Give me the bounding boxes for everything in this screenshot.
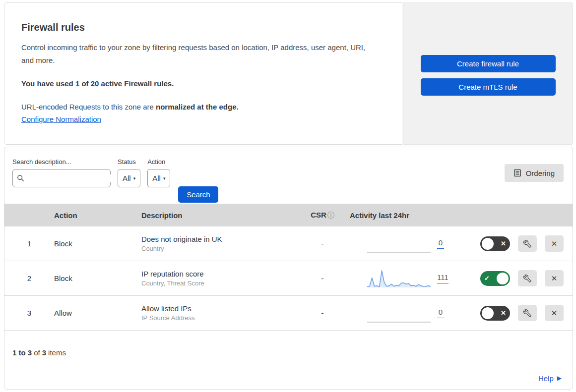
rule-fields: Country, Threat Score — [141, 280, 295, 287]
items-range: 1 to 3 — [12, 348, 32, 357]
configure-normalization-link[interactable]: Configure Normalization — [21, 115, 101, 123]
rule-fields: IP Source Address — [141, 314, 295, 322]
action-label: Action — [147, 158, 170, 166]
x-icon: ✕ — [551, 309, 558, 318]
status-dropdown[interactable]: All ▾ — [118, 169, 140, 187]
table-row: 1 Block Does not originate in UK Country… — [4, 226, 573, 261]
rule-priority: 2 — [4, 274, 54, 282]
normalization-text: URL-encoded Requests to this zone are no… — [21, 103, 382, 111]
rule-csr: - — [295, 309, 350, 317]
activity-sparkline — [367, 233, 431, 254]
rule-activity-cell: 0 — [350, 303, 454, 324]
table-row: 2 Block IP reputation score Country, Thr… — [4, 261, 573, 296]
rule-description: Does not originate in UK Country — [141, 235, 295, 252]
check-icon: ✓ — [484, 275, 490, 282]
items-total: 3 — [42, 348, 46, 357]
ordering-button[interactable]: Ordering — [505, 164, 564, 182]
rule-controls: ✓ ✕ ✕ — [454, 235, 573, 252]
rule-action: Block — [54, 274, 141, 282]
page-title: Firewall rules — [21, 22, 382, 33]
normalization-prefix: URL-encoded Requests to this zone are — [21, 103, 156, 111]
activity-sparkline — [367, 303, 431, 324]
status-filter-group: Status All ▾ — [118, 158, 140, 187]
header-csr: CSRⓘ — [295, 211, 350, 220]
action-filter-group: Action All ▾ — [147, 158, 170, 187]
rule-priority: 3 — [4, 309, 54, 317]
enable-toggle[interactable]: ✓ ✕ — [480, 271, 510, 286]
rules-card: Search description... Status All ▾ Actio… — [4, 147, 573, 390]
x-icon: ✕ — [501, 309, 506, 317]
activity-count-link[interactable]: 0 — [437, 238, 444, 249]
table-header: Action Description CSRⓘ Activity last 24… — [4, 204, 573, 226]
list-document-icon — [513, 169, 521, 177]
rule-action: Allow — [54, 309, 141, 317]
usage-summary: You have used 1 of 20 active Firewall ru… — [21, 79, 382, 88]
x-icon: ✕ — [551, 239, 558, 248]
enable-toggle[interactable]: ✓ ✕ — [480, 306, 510, 321]
status-value: All — [123, 174, 131, 182]
activity-count-link[interactable]: 0 — [437, 308, 444, 318]
help-link[interactable]: Help ▶ — [538, 374, 562, 383]
delete-rule-button[interactable]: ✕ — [545, 270, 564, 286]
search-button[interactable]: Search — [178, 186, 218, 203]
header-description: Description — [141, 211, 295, 220]
rule-activity-cell: 111 — [350, 268, 454, 289]
x-icon: ✕ — [551, 274, 558, 283]
search-input[interactable] — [27, 174, 117, 182]
edit-rule-button[interactable] — [518, 270, 537, 286]
toggle-knob — [482, 307, 494, 319]
firewall-rules-page: Firewall rules Control incoming traffic … — [0, 0, 576, 390]
arrow-right-icon: ▶ — [557, 375, 562, 382]
rule-fields: Country — [141, 245, 295, 252]
search-icon — [17, 174, 24, 182]
toggle-knob — [482, 238, 494, 250]
search-box[interactable] — [12, 169, 111, 187]
header-action: Action — [54, 211, 141, 220]
toggle-knob — [497, 273, 509, 284]
x-icon: ✕ — [501, 240, 506, 247]
delete-rule-button[interactable]: ✕ — [545, 235, 564, 252]
delete-rule-button[interactable]: ✕ — [545, 305, 564, 321]
rule-description: Allow listed IPs IP Source Address — [141, 304, 295, 322]
action-dropdown[interactable]: All ▾ — [147, 169, 170, 187]
info-icon[interactable]: ⓘ — [327, 211, 334, 219]
help-bar: Help ▶ — [4, 366, 573, 390]
table-row: 3 Allow Allow listed IPs IP Source Addre… — [4, 296, 573, 331]
filter-bar: Search description... Status All ▾ Actio… — [4, 147, 573, 204]
rule-csr: - — [295, 274, 350, 282]
chevron-down-icon: ▾ — [163, 176, 166, 181]
activity-count-link[interactable]: 111 — [437, 273, 448, 283]
ordering-label: Ordering — [526, 169, 555, 177]
header-activity: Activity last 24hr — [350, 211, 454, 220]
status-label: Status — [118, 158, 140, 166]
search-filter-group: Search description... — [12, 158, 111, 187]
actions-panel: Create firewall rule Create mTLS rule — [403, 2, 573, 145]
rule-controls: ✓ ✕ ✕ — [454, 270, 573, 286]
rules-table: Action Description CSRⓘ Activity last 24… — [4, 204, 573, 331]
rule-controls: ✓ ✕ ✕ — [454, 305, 573, 321]
rule-activity-cell: 0 — [350, 233, 454, 254]
create-mtls-rule-button[interactable]: Create mTLS rule — [421, 78, 556, 96]
rule-priority: 1 — [4, 239, 54, 248]
enable-toggle[interactable]: ✓ ✕ — [480, 236, 510, 251]
search-label: Search description... — [12, 158, 111, 166]
table-footer: 1 to 3of3items — [4, 331, 573, 366]
activity-sparkline — [367, 268, 431, 289]
create-firewall-rule-button[interactable]: Create firewall rule — [421, 55, 556, 72]
top-section: Firewall rules Control incoming traffic … — [4, 2, 573, 145]
edit-rule-button[interactable] — [518, 305, 537, 321]
action-value: All — [152, 174, 161, 182]
wrench-icon — [523, 275, 531, 282]
chevron-down-icon: ▾ — [133, 176, 136, 181]
rule-description: IP reputation score Country, Threat Scor… — [141, 270, 295, 287]
wrench-icon — [523, 309, 531, 317]
intro-card: Firewall rules Control incoming traffic … — [4, 2, 402, 145]
edit-rule-button[interactable] — [518, 235, 537, 252]
normalization-bold: normalized at the edge. — [156, 103, 239, 111]
rule-action: Block — [54, 239, 141, 248]
page-description: Control incoming traffic to your zone by… — [21, 41, 371, 66]
wrench-icon — [523, 240, 531, 248]
rule-csr: - — [295, 239, 350, 248]
